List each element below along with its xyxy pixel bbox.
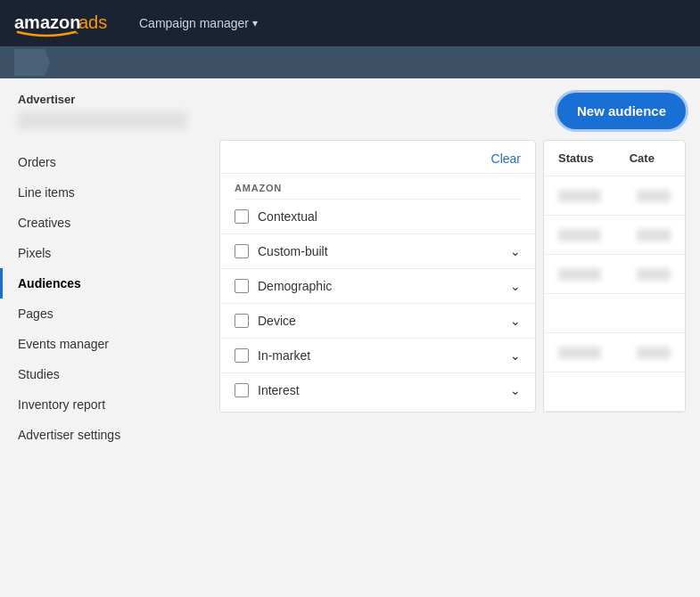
main-content: Advertiser Orders Line items Creatives P… [0, 78, 700, 597]
sidebar-item-pixels[interactable]: Pixels [0, 238, 205, 268]
filter-item-device[interactable]: Device ⌄ [220, 304, 535, 339]
demographic-checkbox[interactable] [235, 279, 249, 293]
svg-text:amazon: amazon [14, 12, 80, 32]
advertiser-value [18, 111, 187, 129]
sidebar: Advertiser Orders Line items Creatives P… [0, 78, 205, 597]
device-chevron-icon: ⌄ [510, 314, 521, 328]
sidebar-item-line-items[interactable]: Line items [0, 177, 205, 208]
new-audience-button[interactable]: New audience [557, 93, 686, 129]
demographic-label: Demographic [258, 279, 510, 293]
category-column-header: Cate [630, 151, 655, 165]
amazon-ads-logo: amazon ads [14, 9, 121, 37]
table-row-5 [544, 333, 685, 372]
table-row-6 [544, 372, 685, 412]
filter-panel: Clear AMAZON Contextual Custom-built ⌄ [219, 140, 536, 413]
device-checkbox[interactable] [235, 314, 249, 328]
sidebar-item-pages[interactable]: Pages [0, 298, 205, 329]
sidebar-item-audiences[interactable]: Audiences [0, 268, 205, 298]
table-header-row: Status Cate [544, 141, 685, 176]
table-row-4 [544, 294, 685, 333]
top-navigation: amazon ads Campaign manager [0, 0, 700, 46]
interest-checkbox[interactable] [235, 383, 249, 397]
status-cell-5 [558, 347, 601, 359]
top-actions: New audience [219, 93, 686, 129]
category-cell-5 [637, 347, 671, 359]
table-status-column: Status Cate [543, 140, 686, 413]
device-label: Device [258, 314, 510, 328]
right-panel: New audience Clear AMAZON Contextual [205, 78, 700, 597]
contextual-checkbox[interactable] [235, 209, 249, 224]
filter-item-in-market[interactable]: In-market ⌄ [220, 339, 535, 373]
in-market-checkbox[interactable] [235, 348, 249, 363]
panel-container: Clear AMAZON Contextual Custom-built ⌄ [219, 140, 686, 413]
table-row-2 [544, 216, 685, 255]
filter-item-demographic[interactable]: Demographic ⌄ [220, 269, 535, 304]
campaign-manager-button[interactable]: Campaign manager [139, 16, 258, 30]
category-cell-2 [637, 229, 671, 241]
amazon-section-label: AMAZON [220, 174, 535, 199]
status-cell-1 [558, 190, 601, 202]
svg-text:ads: ads [78, 12, 107, 32]
in-market-chevron-icon: ⌄ [510, 348, 521, 363]
status-column-header: Status [558, 151, 594, 165]
table-row-3 [544, 255, 685, 294]
breadcrumb-arrow [14, 49, 50, 76]
category-cell-1 [637, 190, 671, 202]
sidebar-item-advertiser-settings[interactable]: Advertiser settings [0, 420, 205, 450]
custom-built-checkbox[interactable] [235, 244, 249, 258]
custom-built-chevron-icon: ⌄ [510, 244, 521, 258]
sidebar-item-orders[interactable]: Orders [0, 147, 205, 177]
filter-item-interest[interactable]: Interest ⌄ [220, 373, 535, 407]
sidebar-item-inventory-report[interactable]: Inventory report [0, 389, 205, 420]
table-row-1 [544, 176, 685, 216]
status-cell-2 [558, 229, 601, 241]
sidebar-item-studies[interactable]: Studies [0, 359, 205, 389]
sidebar-item-creatives[interactable]: Creatives [0, 208, 205, 238]
sidebar-item-events-manager[interactable]: Events manager [0, 329, 205, 359]
contextual-label: Contextual [258, 209, 521, 224]
category-cell-3 [637, 268, 671, 281]
clear-button[interactable]: Clear [491, 151, 521, 166]
interest-chevron-icon: ⌄ [510, 383, 521, 397]
custom-built-label: Custom-built [258, 244, 510, 258]
demographic-chevron-icon: ⌄ [510, 279, 521, 293]
interest-label: Interest [258, 383, 510, 397]
advertiser-label: Advertiser [0, 93, 205, 106]
logo: amazon ads [14, 9, 121, 37]
filter-header: Clear [220, 141, 535, 174]
filter-item-custom-built[interactable]: Custom-built ⌄ [220, 234, 535, 269]
in-market-label: In-market [258, 348, 510, 363]
sidebar-navigation: Orders Line items Creatives Pixels Audie… [0, 147, 205, 450]
sub-navigation [0, 46, 700, 78]
status-cell-3 [558, 268, 601, 281]
filter-item-contextual[interactable]: Contextual [220, 200, 535, 234]
